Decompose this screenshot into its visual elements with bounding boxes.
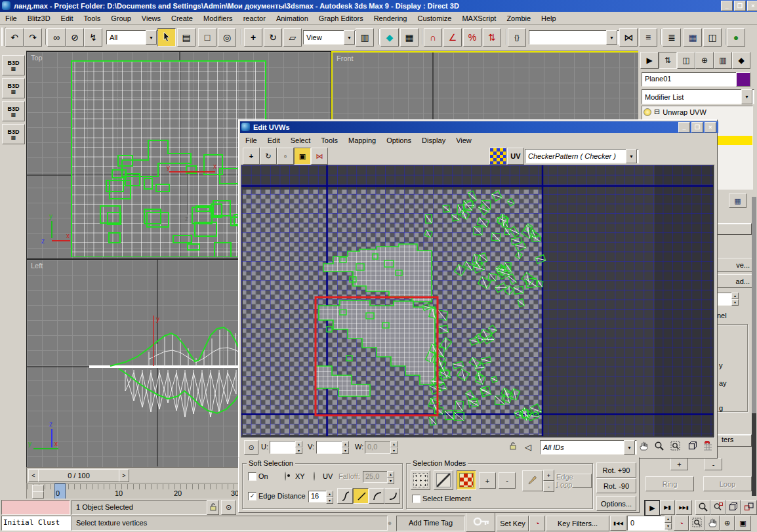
menu-item[interactable]: Group [106,13,136,24]
u-field[interactable] [270,441,296,454]
zoom-extents-icon[interactable] [686,440,699,453]
rotate-minus-90-button[interactable]: Rot. -90 [596,478,636,493]
edge-distance-spinner[interactable]: ▴▾ [326,491,333,501]
menu-item[interactable]: Animation [271,13,314,24]
menu-item[interactable]: Help [536,13,562,24]
falloff-linear-icon[interactable] [353,488,369,504]
restore-button[interactable]: ❐ [734,1,746,11]
tab-motion[interactable]: ⊕ [695,52,714,69]
dropdown-arrow-icon[interactable]: ▼ [741,89,752,104]
uv-rotate-icon[interactable]: ↻ [260,148,277,165]
uv-editor-canvas[interactable] [241,165,715,438]
dropdown-arrow-icon[interactable]: ▼ [606,30,617,45]
dialog-menu-item[interactable]: Display [417,135,451,146]
window-crossing-icon[interactable]: ◎ [218,28,236,47]
stack-row-unwrap-uvw[interactable]: ⊟ Unwrap UVW [642,106,752,117]
select-object-icon[interactable] [157,28,176,47]
minimize-button[interactable]: _ [721,1,733,11]
redo-icon[interactable]: ↷ [24,28,42,47]
zoom-extents-icon[interactable] [726,500,741,515]
auto-key-curve-icon[interactable]: ◔ [529,516,545,531]
uv-freeform-icon[interactable]: ▣ [294,148,311,165]
selection-lock-icon[interactable] [207,500,219,515]
key-filters-button[interactable]: Key Filters... [546,516,609,531]
rotate-plus-90-button[interactable]: Rot. +90 [596,462,636,478]
maximize-viewport-icon[interactable]: ▣ [735,516,751,531]
pan-icon[interactable] [705,516,720,531]
menu-item[interactable]: File [0,13,22,24]
w-field[interactable]: 0,0 [365,441,393,454]
falloff-field[interactable]: 25,0 [363,471,390,483]
arc-rotate-icon[interactable]: ⊕ [720,516,735,531]
mirror-icon[interactable]: ⋈ [619,28,638,47]
paint-select-icon[interactable] [522,470,543,491]
tab-utilities[interactable]: ◆ [732,52,750,69]
maxscript-mini-listener-pink[interactable] [1,500,70,515]
add-time-tag[interactable]: Add Time Tag [396,516,465,531]
unlink-icon[interactable]: ⊘ [66,28,84,47]
b3d-list-button[interactable]: B3D ▦ [2,101,25,121]
curve-editor-icon[interactable]: ▦ [684,28,702,47]
zoom-icon[interactable] [653,440,666,453]
uv-move-icon[interactable]: + [243,148,260,165]
snap-icon[interactable] [701,440,714,453]
uv-scale-icon[interactable]: ▫ [277,148,294,165]
show-map-icon[interactable] [489,148,506,165]
face-mode-icon[interactable] [457,470,476,490]
b3d-save-button[interactable]: B3D ▦ [2,55,25,75]
maxscript-listener-line[interactable]: Initial Clust [1,516,72,531]
time-slider-prev-button[interactable]: < [28,469,39,482]
named-selection-sets-icon[interactable]: {} [508,28,526,47]
lock-selected-icon[interactable] [507,441,519,453]
rect-selection-region-icon[interactable]: □ [198,28,216,47]
scale-icon[interactable]: ▱ [283,28,302,47]
menu-item[interactable]: Create [166,13,198,24]
scrollbar-thumb[interactable] [752,197,756,413]
expand-selection-button[interactable]: + [479,472,496,489]
v-spinner[interactable]: ▴▾ [342,441,349,453]
dialog-menu-item[interactable]: File [240,135,262,146]
frame-spinner[interactable]: ▴▾ [665,516,672,529]
select-element-checkbox[interactable] [412,495,420,503]
xy-radio[interactable] [285,472,286,481]
shrink-selection-button[interactable]: - [705,458,722,470]
all-ids-dropdown[interactable]: All IDs ▼ [540,440,637,455]
absolute-offset-icon[interactable]: ⊙ [221,500,236,515]
next-frame-icon[interactable]: ▶▮ [660,500,675,515]
grow-selection-button[interactable]: + [670,458,688,470]
menu-item[interactable]: Rendering [369,13,413,24]
layer-manager-icon[interactable]: ≣ [663,28,681,47]
menu-item[interactable]: Blitz3D [22,13,56,24]
menu-item[interactable]: Customize [412,13,457,24]
align-icon[interactable]: ≡ [639,28,657,47]
object-name-field[interactable]: Plane01 [642,72,737,87]
dropdown-arrow-icon[interactable]: ▼ [344,30,355,45]
time-config-icon[interactable]: ◔ [674,516,689,531]
dialog-minimize-button[interactable]: _ [678,122,690,133]
angle-snap-icon[interactable]: ∠ [443,28,462,47]
panel-scrollbar[interactable] [752,197,756,496]
render-setup-icon[interactable]: ● [727,28,745,47]
selection-filter-dropdown[interactable]: All ▼ [106,30,159,45]
menu-item[interactable]: Zombie [501,13,536,24]
dropdown-arrow-icon[interactable]: ▼ [624,440,635,455]
dialog-menu-item[interactable]: View [451,135,477,146]
snap-toggle-icon[interactable]: ∩ [424,28,442,47]
move-icon[interactable]: + [244,28,262,47]
uv-channel-button[interactable]: UV [507,148,524,165]
current-frame-field[interactable]: 0 [627,516,668,531]
edge-loop-button[interactable]: Edge Loop [556,474,592,488]
w-spinner[interactable]: ▴▾ [390,441,398,453]
ring-button[interactable]: Ring [645,476,694,491]
tab-modify[interactable]: ⇅ [659,52,677,69]
tab-create[interactable]: ▶ [640,52,659,69]
stack-expand-icon[interactable]: ⊟ [654,108,660,116]
edge-distance-checkbox[interactable]: ✓ [248,492,256,501]
bind-spacewarp-icon[interactable]: ↯ [84,28,102,47]
dropdown-arrow-icon[interactable]: ▼ [146,30,157,45]
pan-icon[interactable] [637,440,650,453]
menu-item[interactable]: Graph Editors [314,13,369,24]
dialog-menu-item[interactable]: Select [285,135,316,146]
zoom-extents-all-icon[interactable] [741,500,757,515]
v-field[interactable] [316,441,342,454]
